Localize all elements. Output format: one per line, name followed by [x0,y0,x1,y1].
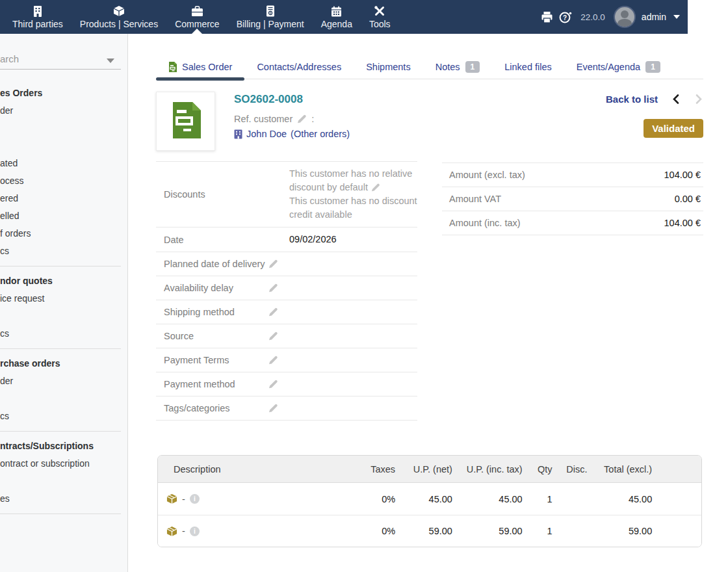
line-taxes: 0% [348,515,395,547]
nav-agenda[interactable]: Agenda [313,0,361,34]
lines-header-row: Description Taxes U.P. (net) U.P. (inc. … [158,456,701,483]
sidebar-item-delivered[interactable]: ered [0,190,127,207]
pencil-icon[interactable] [268,402,279,413]
sidebar-item-validated[interactable]: ated [0,155,127,172]
print-icon[interactable] [541,12,553,23]
tab-notes[interactable]: Notes 1 [423,55,493,79]
field-label: Discounts [156,184,289,205]
customer-link[interactable]: John Doe [246,129,287,139]
tab-label: Notes [436,62,460,72]
sidebar-item-cancelled[interactable]: elled [0,207,127,225]
field-label: Date [156,229,289,250]
amounts-table: Amount (excl. tax) 104.00 € Amount VAT 0… [442,162,703,235]
tab-label: Sales Order [182,62,232,72]
sidebar-divider [0,260,127,272]
sidebar-item-in-process[interactable]: ocess [0,172,127,190]
tab-events-agenda[interactable]: Events/Agenda 1 [564,55,673,79]
version-text: 22.0.0 [580,12,605,22]
sidebar-item-statistics[interactable]: cs [0,325,127,343]
amount-value: 0.00 € [675,194,703,204]
nav-tools[interactable]: Tools [361,0,399,34]
nav-third-parties[interactable]: Third parties [4,0,72,34]
field-row-shipping-method: Shipping method [156,300,417,324]
order-ref-title: SO2602-0008 [234,93,303,106]
amount-value: 104.00 € [664,170,703,180]
chevron-left-icon[interactable] [671,94,681,105]
line-description-cell: - i [158,515,348,547]
pencil-icon[interactable] [370,182,381,192]
top-navbar: Third parties Products | Services Commer… [0,0,688,34]
pencil-icon[interactable] [268,330,279,341]
line-disc [552,515,588,547]
sidebar-item-price-request[interactable]: ice request [0,290,127,307]
chevron-right-icon [694,94,703,105]
sidebar-item-new-order[interactable]: der [0,372,127,390]
tab-bar: Sales Order Contacts/Addresses Shipments… [156,55,703,79]
tab-shipments[interactable]: Shipments [354,55,423,79]
file-icon [168,62,177,72]
sidebar-item-statistics[interactable]: cs [0,408,127,425]
pencil-icon[interactable] [268,378,279,389]
col-actions [652,456,701,483]
line-up-net: 45.00 [395,483,452,515]
bill-icon [266,5,275,17]
nav-label: Third parties [12,19,63,29]
info-icon[interactable]: i [190,526,200,536]
product-icon[interactable] [166,493,177,504]
nav-label: Products | Services [80,19,158,29]
sidebar-item-of-orders[interactable]: f orders [0,225,127,242]
svg-text:?: ? [563,14,567,21]
line-description: - [182,526,185,536]
avatar[interactable] [614,6,636,28]
pencil-icon[interactable] [296,113,307,124]
field-value: This customer has no relative discount b… [289,162,417,227]
nav-commerce[interactable]: Commerce [166,0,228,34]
sidebar-item-new-contract[interactable]: ontract or subscription [0,455,127,473]
tab-contacts-addresses[interactable]: Contacts/Addresses [244,55,354,79]
cube-icon [113,5,125,17]
building-icon [33,5,42,17]
info-icon[interactable]: i [190,494,200,504]
order-lines-table: Description Taxes U.P. (net) U.P. (inc. … [157,455,702,547]
chevron-down-icon[interactable] [673,15,680,19]
nav-label: Tools [369,19,391,29]
pencil-icon[interactable] [268,282,279,293]
sidebar-item-new-order[interactable]: der [0,102,127,120]
amount-row-inc-tax: Amount (inc. tax) 104.00 € [442,211,703,235]
nav-label: Billing | Payment [237,19,304,29]
help-icon[interactable]: ? [559,11,572,23]
other-orders-link[interactable]: (Other orders) [291,129,350,139]
order-fields-table: Discounts This customer has no relative … [156,161,417,421]
list-navigation: Back to list [606,94,703,105]
line-qty: 1 [523,515,552,547]
line-qty: 1 [523,483,552,515]
pencil-icon[interactable] [268,354,279,365]
pencil-icon[interactable] [268,306,279,317]
field-row-payment-method: Payment method [156,372,417,396]
pencil-icon[interactable] [268,258,279,269]
tab-sales-order[interactable]: Sales Order [156,55,244,79]
search-placeholder: arch [0,53,19,64]
col-taxes: Taxes [348,456,395,483]
tab-linked-files[interactable]: Linked files [492,55,564,79]
sidebar-section-contracts: ntracts/Subscriptions [0,437,127,455]
col-description: Description [158,456,348,483]
field-row-date: Date 09/02/2026 [156,228,417,252]
nav-products-services[interactable]: Products | Services [72,0,166,34]
user-menu[interactable]: admin [642,12,666,22]
amount-value: 104.00 € [664,218,703,228]
search-select[interactable]: arch [0,34,127,75]
sidebar-item-services[interactable]: es [0,490,127,508]
tools-icon [374,5,385,17]
line-taxes: 0% [348,483,395,515]
back-to-list-link[interactable]: Back to list [606,94,658,105]
sidebar-item-statistics[interactable]: cs [0,242,127,260]
product-icon[interactable] [166,526,177,537]
nav-billing-payment[interactable]: Billing | Payment [228,0,313,34]
amount-label: Amount (inc. tax) [442,218,664,228]
line-up-net: 59.00 [395,515,452,547]
field-row-availability-delay: Availability delay [156,276,417,300]
company-icon [234,129,242,139]
discount-text-1: This customer has no relative discount b… [289,168,412,192]
sidebar-item-hidden [0,137,127,155]
